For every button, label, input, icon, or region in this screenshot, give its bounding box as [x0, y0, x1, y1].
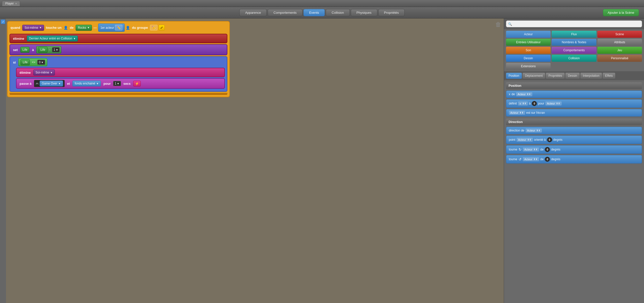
cat-btn-son[interactable]: Son [506, 47, 551, 54]
acteur-inner-5[interactable]: Acteur ⬆⬇ [517, 138, 533, 142]
direction-label: direction de [509, 129, 524, 132]
set-life-block: set Life à Life - 1 ▼ [10, 44, 227, 55]
cat-btn-flux[interactable]: Flux [552, 31, 596, 38]
cat-btn-dessin[interactable]: Dessin [506, 55, 551, 62]
tourne-label-1: tourne [509, 148, 517, 151]
acteur-inner-6[interactable]: Acteur ⬆⬇ [523, 148, 539, 152]
sub-tab-position[interactable]: Position [506, 73, 522, 79]
cat-btn-attributs[interactable]: Attributs [597, 39, 642, 46]
nav-btn-comportements[interactable]: Comportements [268, 9, 302, 16]
cat-btn-scene[interactable]: Scène [597, 31, 642, 38]
zero-badge-4: 0 [545, 157, 550, 162]
life-var-dropdown[interactable]: Life [20, 47, 30, 53]
de-label-tourne1: de [540, 148, 544, 151]
cond-var-dropdown[interactable]: Life [21, 59, 30, 65]
player-tab[interactable]: Player × [2, 1, 20, 6]
rocks-dropdown[interactable]: Rocks ▼ [76, 25, 92, 31]
elimine-block-1: élimine Dernier Acteur entré en Collisio… [10, 34, 227, 43]
point-oriente-block[interactable]: point Acteur ⬆⬇ orienté à 0 degrés [506, 136, 642, 144]
et-label: et [66, 82, 71, 86]
secs-label: secs [122, 82, 132, 86]
nav-btn-events[interactable]: Events [303, 9, 325, 16]
first-actor-dropdown[interactable]: 1er acteur ✏️ [98, 24, 125, 32]
self-dropdown-2[interactable]: Soi-même ▼ [33, 70, 55, 76]
pour-label: pour [102, 82, 112, 86]
de-label-tourne2: de [540, 158, 544, 161]
edit-icon-2[interactable]: ✏️ [150, 25, 157, 30]
chevron-icon-rp4: ⬆⬇ [520, 112, 524, 114]
chevron-icon-rp8: ⬆⬇ [534, 158, 538, 160]
expand-icon[interactable]: ⤢ [158, 25, 165, 30]
chevron-icon-rp6: ⬆⬇ [527, 138, 531, 141]
cat-btn-personnalise[interactable]: Personnalisé [597, 55, 642, 62]
zero-badge-2: 0 [547, 137, 552, 142]
x-dropdown-inner[interactable]: x ⬆⬇ [518, 102, 528, 106]
acteur-inner-7[interactable]: Acteur ⬆⬇ [523, 157, 539, 161]
set-label: set [12, 48, 19, 52]
point-label: point [509, 138, 515, 142]
acteur-inner-2[interactable]: Acteur ⬆⬇ [545, 102, 562, 106]
acteur-inner-3[interactable]: Acteur ⬆⬇ [509, 111, 525, 115]
group-label: du groupe [131, 26, 149, 30]
cat-btn-nombres[interactable]: Nombres & Textes [552, 39, 596, 46]
transition-dropdown[interactable]: fondu enchainé ▼ [72, 80, 101, 86]
acteur-inner-4[interactable]: Acteur ⬆⬇ [526, 128, 542, 132]
cat-btn-extensions[interactable]: Extensions [506, 63, 551, 70]
event-checkbox-1[interactable]: ✓ [1, 20, 5, 24]
sec-val-block[interactable]: 1 ▼ [113, 81, 121, 86]
chevron-down-icon-3: ▼ [73, 37, 76, 40]
collision-dropdown[interactable]: Dernier Acteur entré en Collision ▼ [27, 36, 78, 42]
game-over-dropdown[interactable]: Game Over ▼ [40, 80, 63, 86]
cond-val-block[interactable]: 0 ▼ [37, 60, 45, 65]
x-de-acteur-block[interactable]: x de Acteur ⬆⬇ [506, 90, 642, 98]
add-scene-button[interactable]: Ajouter à la Scène [603, 9, 639, 16]
zero-badge-3: 0 [545, 147, 550, 152]
tourne-cw-block[interactable]: tourne ↻ Acteur ⬆⬇ de 0 degrés [506, 145, 642, 154]
chevron-down-icon: ▼ [39, 26, 42, 29]
set-to-label: à [31, 48, 35, 52]
event-container: quand Soi-même ▼ touche un 👤 de Rocks ▼ … [7, 21, 230, 97]
tab-close-btn[interactable]: × [15, 2, 17, 5]
chevron-down-icon-4: ▼ [56, 48, 58, 51]
cat-btn-entrees[interactable]: Entrées Utilisateur [506, 39, 551, 46]
cat-btn-comportements[interactable]: Comportements [552, 47, 596, 54]
sub-tab-deplacement[interactable]: Déplacement [523, 73, 545, 79]
nav-btn-apparence[interactable]: Apparence [239, 9, 267, 16]
chevron-down-icon-2: ▼ [87, 26, 90, 29]
sub-tab-effets[interactable]: Effets [603, 73, 615, 79]
nav-btn-physiques[interactable]: Physiques [351, 9, 377, 16]
tourne-ccw-block[interactable]: tourne ↺ Acteur ⬆⬇ de 0 degrés [506, 155, 642, 164]
top-nav: Apparence Comportements Events Collision… [0, 7, 644, 18]
lightning-icon[interactable]: ⚡ [133, 81, 141, 86]
definit-block[interactable]: définit x ⬆⬇ à 0 pour Acteur ⬆⬇ [506, 99, 642, 108]
math-block: Life - 1 ▼ [36, 46, 61, 54]
math-val-block[interactable]: 1 ▼ [52, 47, 60, 52]
canvas-panel: ✓ quand Soi-même ▼ touche un 👤 de Rocks [0, 18, 504, 303]
nav-btn-collision[interactable]: Collision [326, 9, 350, 16]
est-label: est sur l'écran [526, 111, 545, 114]
direction-de-block[interactable]: direction de Acteur ⬆⬇ [506, 127, 642, 134]
edit-icon-1[interactable]: ✏️ [115, 25, 122, 30]
if-label: si [12, 60, 17, 64]
scene-transition-block: passe à 🎮 Game Over ▼ et fondu enchainé … [16, 78, 225, 89]
rotate-cw-icon: ↻ [519, 148, 522, 152]
life-var-2-dropdown[interactable]: Life [38, 47, 47, 53]
search-input[interactable] [506, 20, 642, 27]
drag-handle [10, 93, 227, 95]
elimine-label-2: élimine [19, 71, 32, 74]
if-block: si Life <= 0 ▼ [10, 56, 227, 92]
cond-op: <= [31, 60, 36, 64]
acteur-ecran-block[interactable]: Acteur ⬆⬇ est sur l'écran [506, 109, 642, 116]
cat-btn-collision[interactable]: Collision [552, 55, 596, 62]
cat-btn-acteur[interactable]: Acteur [506, 31, 551, 38]
acteur-inner-1[interactable]: Acteur ⬆⬇ [516, 92, 532, 96]
sub-tab-proprietes[interactable]: Propriétés [546, 73, 565, 79]
sub-tab-dessin[interactable]: Dessin [565, 73, 580, 79]
trash-icon[interactable]: 🗑 [495, 21, 501, 28]
nav-btn-proprietes[interactable]: Propriétés [378, 9, 405, 16]
de-label-rp: de [512, 92, 515, 96]
cat-btn-jeu[interactable]: Jeu [597, 47, 642, 54]
sub-tab-interpolation[interactable]: Interpolation [580, 73, 602, 79]
self-dropdown[interactable]: Soi-même ▼ [22, 25, 44, 31]
blocks-panel: Position x de Acteur ⬆⬇ définit x ⬆⬇ à 0 [504, 80, 644, 303]
